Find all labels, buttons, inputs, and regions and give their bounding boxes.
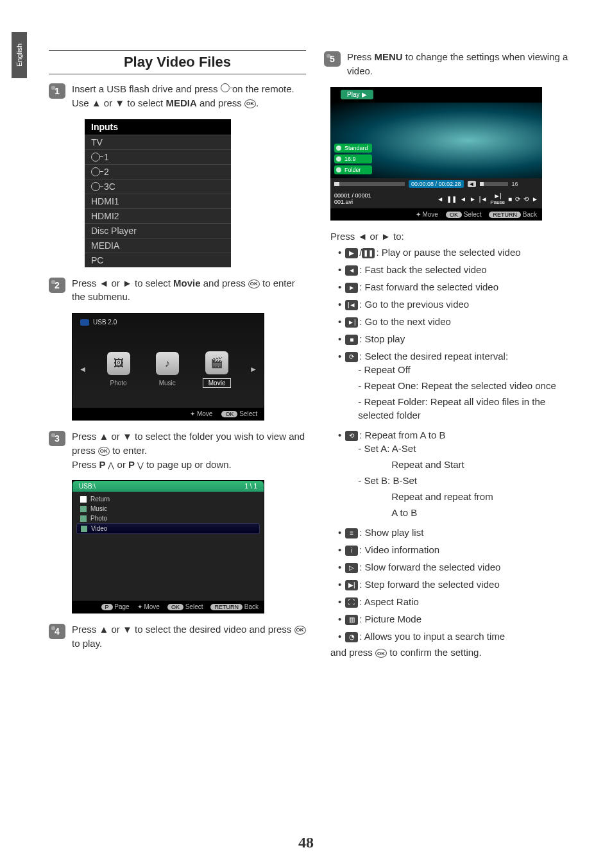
section-title: Play Video Files xyxy=(49,54,306,71)
right-arrow-icon[interactable]: ► xyxy=(250,365,257,374)
return-pill: RETURN xyxy=(210,604,242,610)
text: Insert a USB flash drive and press xyxy=(72,83,221,94)
text: - Repeat One: Repeat the selected video … xyxy=(358,379,581,392)
ab-icon[interactable]: ⟲ xyxy=(523,196,529,203)
next-icon: ►| xyxy=(345,317,358,328)
step-3: 3 Press ▲ or ▼ to select the folder you … xyxy=(49,430,306,471)
step-4: 4 Press ▲ or ▼ to select the desired vid… xyxy=(49,622,306,651)
step-2: 2 Press ◄ or ► to select Movie and press… xyxy=(49,276,306,305)
text: Repeat and Start xyxy=(391,458,581,471)
input-row-media[interactable]: MEDIA xyxy=(85,238,231,253)
playlist-icon: ≡ xyxy=(345,528,358,538)
left-arrow-icon[interactable]: ◄ xyxy=(79,365,87,374)
movie-icon: 🎬 xyxy=(205,351,228,374)
text-bold: MEDIA xyxy=(166,97,196,108)
input-row-hdmi2[interactable]: HDMI2 xyxy=(85,208,231,223)
file-row-return[interactable]: Return xyxy=(72,494,264,504)
label: 1 xyxy=(104,152,109,162)
text: A to B xyxy=(391,506,581,519)
nav-hint: ✦ Move xyxy=(416,211,438,218)
text: Repeat and repeat from xyxy=(391,490,581,503)
step-body: Press ▲ or ▼ to select the folder you wi… xyxy=(72,430,306,471)
input-row-av1[interactable]: 1 xyxy=(85,149,231,164)
next-icon[interactable]: ►| xyxy=(490,192,505,199)
text: - Set B: B-Set xyxy=(358,474,581,487)
more-icon[interactable]: ► xyxy=(532,196,538,203)
file-row-video[interactable]: Video xyxy=(76,523,260,534)
label: Music xyxy=(90,505,107,512)
input-row-av2[interactable]: 2 xyxy=(85,164,231,179)
clock-icon: ◔ xyxy=(345,632,358,642)
progress-track[interactable] xyxy=(334,182,405,186)
av-icon xyxy=(91,182,100,191)
input-row-pc[interactable]: PC xyxy=(85,253,231,267)
press-lr-text: Press ◄ or ► to: xyxy=(330,231,581,242)
text: - Repeat Folder: Repeat all video files … xyxy=(358,395,581,422)
text: Press xyxy=(347,51,375,62)
play-status-pill: Play ▶ xyxy=(341,90,373,99)
player-control-bar: 00001 / 00001 001.avi ◄ ❚❚ ◄ ► |◄ ►| Pau… xyxy=(330,190,542,209)
av-icon xyxy=(91,153,100,162)
mode-movie[interactable]: 🎬Movie xyxy=(203,351,232,388)
text: and press xyxy=(201,278,248,288)
repeat-icon[interactable]: ⟳ xyxy=(515,196,520,203)
source-icon xyxy=(221,83,230,92)
fwd-icon[interactable]: ► xyxy=(470,196,476,203)
mode-select-osd: USB 2.0 ◄ 🖼Photo ♪Music 🎬Movie ► ✦ Move … xyxy=(72,313,264,421)
volume-track[interactable] xyxy=(480,182,508,186)
text: Press ◄ or ► to select xyxy=(72,278,173,288)
input-row-hdmi1[interactable]: HDMI1 xyxy=(85,194,231,208)
usb-icon xyxy=(80,319,89,326)
input-row-disc[interactable]: Disc Player xyxy=(85,223,231,238)
file-browser-header: USB:\ 1 \ 1 xyxy=(72,481,264,492)
p-key: P xyxy=(128,459,137,470)
player-footer: ✦ Move OK Select RETURN Back xyxy=(330,208,542,221)
volume-value: 16 xyxy=(512,181,518,187)
input-row-av3c[interactable]: 3C xyxy=(85,179,231,194)
label: Video xyxy=(91,525,107,532)
stop-icon[interactable]: ■ xyxy=(508,196,512,203)
input-row-tv[interactable]: TV xyxy=(85,135,231,149)
pause-icon[interactable]: ❚❚ xyxy=(446,196,457,203)
forward-icon: ► xyxy=(345,283,358,293)
step-number-icon: 2 xyxy=(49,278,65,293)
text: : Picture Mode xyxy=(359,613,421,624)
nav-hint: ✦ Move xyxy=(137,603,160,610)
label: TV xyxy=(91,137,103,147)
file-row-photo[interactable]: Photo xyxy=(72,513,264,523)
step-body: Press ▲ or ▼ to select the desired video… xyxy=(72,622,306,651)
text: to confirm the setting. xyxy=(387,647,482,658)
back-icon[interactable]: ◄ xyxy=(460,196,466,203)
label: USB 2.0 xyxy=(93,319,117,326)
ok-icon: OK xyxy=(375,649,387,658)
ok-pill: OK xyxy=(221,411,237,417)
text: : Step forward the selected video xyxy=(359,579,499,590)
text: - Set A: A-Set xyxy=(358,442,581,455)
music-icon: ♪ xyxy=(156,352,179,375)
label: HDMI2 xyxy=(91,211,119,221)
aspect-badge: 16:9 xyxy=(334,154,372,163)
label: Photo xyxy=(105,379,132,387)
prev-icon[interactable]: |◄ xyxy=(479,196,488,203)
file-row-music[interactable]: Music xyxy=(72,504,264,513)
rewind-icon[interactable]: ◄ xyxy=(437,196,443,203)
text: : Repeat from A to B xyxy=(359,430,445,440)
photo-icon: 🖼 xyxy=(107,352,130,375)
step-body: Press MENU to change the settings when v… xyxy=(347,50,581,78)
text: : Fast back the selected video xyxy=(359,264,486,275)
mode-photo[interactable]: 🖼Photo xyxy=(105,352,132,387)
play-icon: ▶ xyxy=(345,248,358,258)
repeat-icon: ⟳ xyxy=(345,352,358,362)
play-icon: ▶ xyxy=(362,91,367,98)
page-number: 48 xyxy=(0,834,612,851)
pause-icon: ❚❚ xyxy=(362,248,375,258)
step-body: Press ◄ or ► to select Movie and press O… xyxy=(72,276,306,305)
text: and press xyxy=(330,647,375,658)
ab-repeat-icon: ⟲ xyxy=(345,431,358,441)
p-key: P xyxy=(99,459,108,470)
nav-hint: OK Select xyxy=(167,603,203,610)
ok-pill: OK xyxy=(167,604,183,610)
file-info: 00001 / 00001 001.avi xyxy=(334,192,371,206)
mode-music[interactable]: ♪Music xyxy=(154,352,181,387)
text: : Show play list xyxy=(359,527,423,538)
